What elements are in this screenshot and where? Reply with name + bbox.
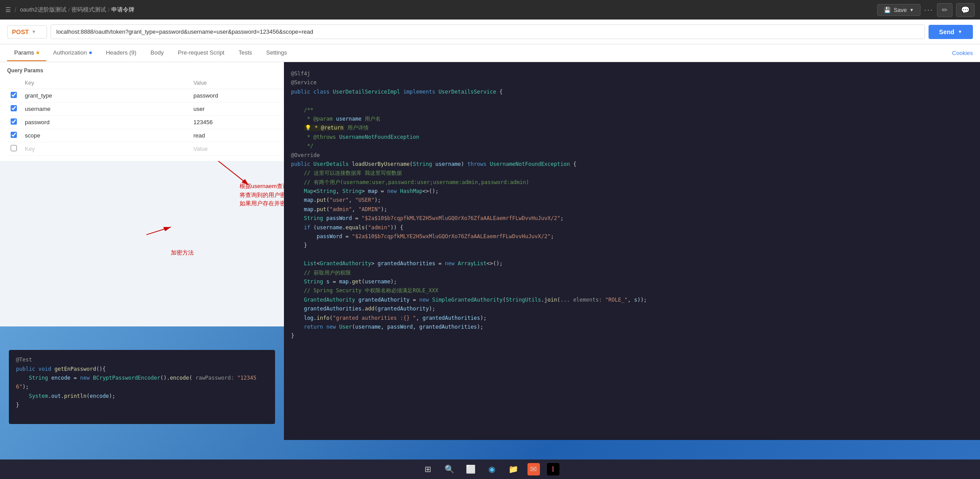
row2-key[interactable]: username <box>21 102 190 116</box>
col-key: Key <box>21 77 190 89</box>
row1-key[interactable]: grant_type <box>21 89 190 102</box>
col-checkbox <box>7 77 21 89</box>
tab-prerequest[interactable]: Pre-request Script <box>171 45 232 61</box>
method-chevron: ▼ <box>31 29 36 34</box>
send-chevron-icon: ▼ <box>958 29 962 34</box>
save-chevron-icon: ▼ <box>909 8 914 12</box>
tab-params[interactable]: Params <box>7 45 46 61</box>
main-content: Query Params Key Value Description ··· B… <box>0 62 980 459</box>
left-code-box: @Test public void getEnPassword(){ Strin… <box>9 350 275 424</box>
taskbar: ⊞ 🔍 ⬜ ◉ 📁 ✉ I <box>0 459 980 479</box>
tab-body-label: Body <box>150 49 164 56</box>
menu-icon[interactable]: ☰ <box>5 6 11 13</box>
taskbar-idea-icon[interactable]: I <box>547 463 559 475</box>
edit-button[interactable]: ✏ <box>937 3 952 17</box>
tab-authorization-label: Authorization <box>53 49 87 56</box>
send-label: Send <box>939 28 954 35</box>
app-container: ☰ / oauth2进阶版测试 / 密码模式测试 / 申请令牌 💾 Save ▼… <box>0 0 980 479</box>
method-label: POST <box>12 28 29 35</box>
row5-checkbox[interactable] <box>11 145 17 151</box>
breadcrumb-item-2[interactable]: 密码模式测试 <box>71 6 106 14</box>
taskbar-search-icon[interactable]: 🔍 <box>442 462 457 476</box>
save-icon: 💾 <box>884 7 891 13</box>
taskbar-start-icon[interactable]: ⊞ <box>421 462 435 476</box>
save-button[interactable]: 💾 Save ▼ <box>877 4 921 16</box>
slash-icon: / <box>15 6 16 13</box>
row1-checkbox[interactable] <box>11 92 17 98</box>
svg-line-0 <box>217 160 248 185</box>
taskbar-postman-icon[interactable]: ✉ <box>527 463 540 475</box>
row4-checkbox[interactable] <box>11 132 17 138</box>
tab-headers[interactable]: Headers (9) <box>99 45 144 61</box>
taskbar-explorer-icon[interactable]: 📁 <box>506 462 520 476</box>
tab-headers-label: Headers (9) <box>106 49 137 56</box>
tab-authorization[interactable]: Authorization <box>46 45 99 61</box>
top-bar-actions: 💾 Save ▼ ··· ✏ 💬 <box>877 3 975 17</box>
taskbar-edge-icon[interactable]: ◉ <box>485 462 499 476</box>
row4-key[interactable]: scope <box>21 129 190 142</box>
tabs-bar: Params Authorization Headers (9) Body Pr… <box>0 44 980 62</box>
tab-prerequest-label: Pre-request Script <box>178 49 224 56</box>
taskbar-taskview-icon[interactable]: ⬜ <box>464 462 478 476</box>
method-selector[interactable]: POST ▼ <box>7 25 47 39</box>
tab-body[interactable]: Body <box>143 45 171 61</box>
comment-button[interactable]: 💬 <box>956 3 975 17</box>
send-button[interactable]: Send ▼ <box>929 25 973 39</box>
row3-key[interactable]: password <box>21 116 190 129</box>
row3-checkbox[interactable] <box>11 118 17 125</box>
more-options-button[interactable]: ··· <box>924 5 933 15</box>
row2-checkbox[interactable] <box>11 105 17 111</box>
tab-params-label: Params <box>14 49 34 56</box>
cookies-link[interactable]: Cookies <box>952 50 973 56</box>
svg-line-2 <box>146 227 171 235</box>
save-label: Save <box>893 7 907 13</box>
url-input[interactable] <box>51 24 925 39</box>
annotation-encrypt: 加密方法 <box>171 248 194 257</box>
tab-tests-label: Tests <box>239 49 252 56</box>
request-bar: POST ▼ Send ▼ <box>0 20 980 44</box>
code-panel: @Slf4j @Service public class UserDetailS… <box>284 62 980 440</box>
annotation-encrypt-label: 加密方法 <box>171 248 194 257</box>
breadcrumb-item-1[interactable]: oauth2进阶版测试 <box>20 6 67 14</box>
tab-tests[interactable]: Tests <box>232 45 259 61</box>
authorization-dot-icon <box>89 51 92 54</box>
tab-settings[interactable]: Settings <box>259 45 294 61</box>
params-dot-icon <box>36 51 39 54</box>
breadcrumb-item-3: 申请令牌 <box>111 6 134 14</box>
breadcrumb: oauth2进阶版测试 / 密码模式测试 / 申请令牌 <box>20 6 134 14</box>
row5-key[interactable]: Key <box>21 142 190 156</box>
tab-settings-label: Settings <box>266 49 287 56</box>
top-bar: ☰ / oauth2进阶版测试 / 密码模式测试 / 申请令牌 💾 Save ▼… <box>0 0 980 20</box>
